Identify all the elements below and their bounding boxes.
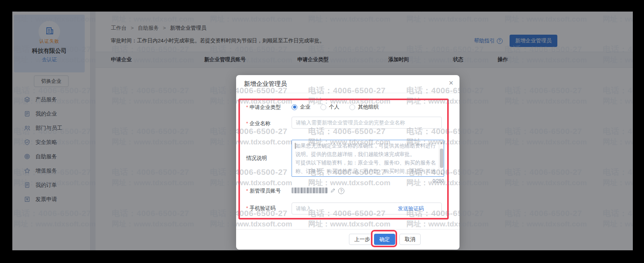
textarea-scrollbar[interactable]: ▲ ▼ xyxy=(439,140,444,176)
required-mark: * xyxy=(246,104,248,110)
required-mark: * xyxy=(246,121,248,126)
char-counter: 0/250 xyxy=(292,178,444,184)
field-label-admin-account: *新管理员账号 xyxy=(246,188,281,194)
description-placeholder: 如果您无法确定企业名称的准确性，可提供其他辅助资料进行说明。提供的信息越详细，我… xyxy=(295,142,437,177)
required-mark: * xyxy=(246,205,248,211)
prev-step-button[interactable]: 上一步 xyxy=(349,234,376,245)
modal-header: 新增企业管理员 × xyxy=(236,75,460,93)
ok-button[interactable]: 确定 xyxy=(374,234,395,245)
account-help[interactable]: ? xyxy=(338,187,344,194)
scroll-up-icon[interactable]: ▲ xyxy=(439,140,444,145)
masked-account-value xyxy=(292,188,328,193)
radio-individual[interactable]: 个人 xyxy=(320,104,339,111)
required-mark: * xyxy=(246,188,248,194)
field-label-description: 情况说明 xyxy=(246,155,267,162)
question-icon: ? xyxy=(338,188,344,194)
app-window: 认证失败 科技有限公司 去认证 切换企业 产品服务我的企业部门与员工安全策略自助… xyxy=(12,12,633,250)
radio-label: 个人 xyxy=(329,104,339,111)
add-admin-modal: 新增企业管理员 × *申请企业类型 企业 个人 xyxy=(236,75,460,250)
company-name-input[interactable] xyxy=(292,117,442,129)
field-label-sms-code: *手机验证码 xyxy=(246,205,276,212)
send-code-link[interactable]: 发送验证码 xyxy=(398,205,424,212)
scroll-down-icon[interactable]: ▼ xyxy=(439,171,444,176)
modal-title: 新增企业管理员 xyxy=(244,80,287,88)
cancel-button[interactable]: 取消 xyxy=(399,234,421,245)
field-label-company-name: *企业名称 xyxy=(246,120,270,127)
pencil-icon[interactable] xyxy=(330,188,336,193)
company-type-radio-group: 企业 个人 其他组织 xyxy=(292,104,379,111)
field-label-type: *申请企业类型 xyxy=(246,104,281,111)
radio-label: 企业 xyxy=(300,104,310,111)
radio-label: 其他组织 xyxy=(358,104,379,111)
scrollbar-thumb[interactable] xyxy=(440,149,443,168)
screenshot-frame: 认证失败 科技有限公司 去认证 切换企业 产品服务我的企业部门与员工安全策略自助… xyxy=(0,0,644,263)
description-textarea[interactable]: 如果您无法确定企业名称的准确性，可提供其他辅助资料进行说明。提供的信息越详细，我… xyxy=(292,140,444,177)
radio-dot xyxy=(292,104,297,110)
close-icon[interactable]: × xyxy=(449,79,453,87)
radio-enterprise[interactable]: 企业 xyxy=(292,104,310,111)
radio-dot xyxy=(349,104,355,110)
modal-footer-divider xyxy=(236,229,460,229)
radio-other-org[interactable]: 其他组织 xyxy=(349,104,379,111)
radio-dot xyxy=(320,104,326,110)
